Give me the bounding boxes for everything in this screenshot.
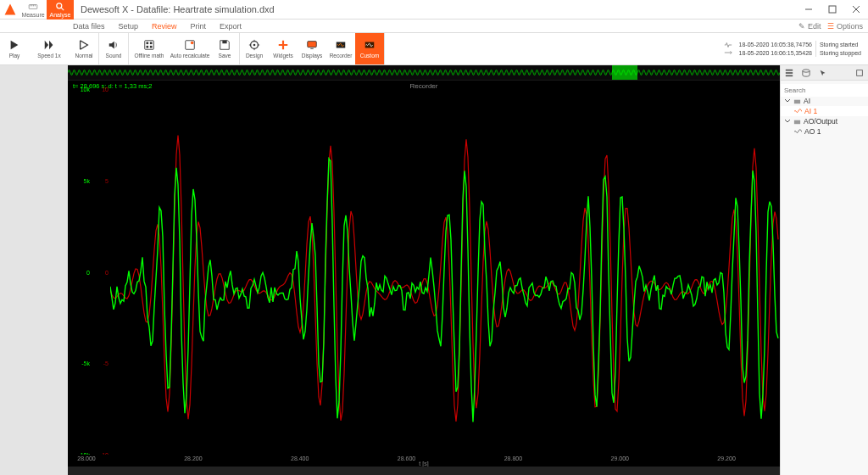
tree-channel[interactable]: AI 1	[781, 106, 868, 116]
svg-point-13	[253, 44, 256, 47]
tab-cursor-icon[interactable]	[815, 65, 832, 80]
menu-review[interactable]: Review	[145, 22, 184, 31]
y-axis-left[interactable]: -10k-5k05k10k	[68, 89, 92, 455]
plot-area[interactable]	[110, 89, 780, 455]
panel-tabs	[781, 65, 868, 81]
widgets-button[interactable]: Widgets	[269, 33, 298, 64]
svg-rect-18	[786, 69, 793, 70]
svg-rect-6	[150, 42, 153, 45]
speed-button[interactable]: Speed 1x	[29, 33, 70, 64]
overview-selection[interactable]	[612, 65, 638, 80]
x-axis[interactable]: t [s] 28.00028.20028.40028.60028.80029.0…	[68, 455, 780, 467]
normal-button[interactable]: Normal	[70, 33, 98, 64]
svg-rect-7	[147, 46, 149, 48]
play-button[interactable]: Play	[0, 33, 29, 64]
svg-point-21	[803, 69, 810, 71]
svg-rect-8	[150, 46, 153, 48]
svg-rect-3	[829, 6, 836, 13]
left-gutter	[0, 65, 68, 475]
svg-rect-5	[147, 42, 149, 45]
window-controls	[797, 0, 868, 20]
menu-setup[interactable]: Setup	[112, 22, 146, 31]
app-logo	[0, 0, 19, 20]
save-button[interactable]: Save	[210, 33, 239, 64]
waveform-plot	[110, 89, 780, 455]
window-title: Dewesoft X - Datafile: Heartrate simulat…	[74, 4, 275, 14]
status-block: 18-05-2020 16:05:38,74756 18-05-2020 16:…	[721, 33, 868, 64]
svg-point-2	[57, 3, 62, 8]
status-ts-2: 18-05-2020 16:06:15,35428	[739, 49, 812, 57]
mode-tabs: Measure Analyse	[19, 0, 74, 19]
status-ts-1: 18-05-2020 16:05:38,74756	[739, 41, 812, 48]
titlebar: Measure Analyse Dewesoft X - Datafile: H…	[0, 0, 868, 20]
mode-tab-label: Measure	[21, 12, 44, 18]
svg-rect-4	[145, 41, 154, 50]
svg-rect-24	[794, 120, 800, 124]
status-txt-2: Storing stopped	[820, 49, 861, 57]
channel-tree[interactable]: AIAI 1AO/OutputAO 1	[781, 94, 868, 138]
mode-tab-label: Analyse	[50, 12, 71, 18]
time-scrollbar[interactable]	[68, 467, 780, 475]
tree-group[interactable]: AO/Output	[781, 116, 868, 126]
mode-tab-analyse[interactable]: Analyse	[47, 0, 74, 20]
svg-rect-19	[786, 72, 793, 74]
design-button[interactable]: Design	[240, 33, 269, 64]
recorder-display[interactable]: t= 28,696 s; d: t = 1,33 ms;2 Recorder -…	[68, 65, 780, 475]
channel-search[interactable]	[781, 81, 868, 94]
svg-rect-1	[29, 5, 37, 9]
tab-expand-icon[interactable]	[851, 65, 868, 80]
status-txt-1: Storing started	[820, 41, 861, 48]
custom-button[interactable]: Custom	[355, 33, 384, 64]
channel-panel: AIAI 1AO/OutputAO 1	[780, 65, 868, 475]
minimize-button[interactable]	[797, 0, 821, 20]
overview-waveform	[68, 65, 780, 80]
menu-options[interactable]: ☰ Options	[827, 22, 863, 31]
auto-recalculate-button[interactable]: Auto recalculate	[170, 33, 210, 64]
svg-marker-0	[4, 4, 15, 15]
maximize-button[interactable]	[821, 0, 844, 20]
y-axis-right[interactable]: -10-50510	[92, 89, 110, 455]
svg-rect-22	[857, 70, 863, 75]
tab-db-icon[interactable]	[798, 65, 815, 80]
menu-data-files[interactable]: Data files	[66, 22, 112, 31]
svg-rect-20	[786, 75, 793, 76]
menu-strip: Data files Setup Review Print Export ✎ E…	[0, 20, 868, 33]
offline-math-button[interactable]: Offline math	[129, 33, 170, 64]
svg-point-10	[191, 42, 194, 45]
chart-info-line: t= 28,696 s; d: t = 1,33 ms;2 Recorder	[68, 81, 780, 89]
sound-button[interactable]: Sound	[99, 33, 128, 64]
displays-button[interactable]: Displays	[298, 33, 326, 64]
menu-print[interactable]: Print	[184, 22, 214, 31]
svg-rect-23	[794, 99, 800, 103]
main-area: t= 28,696 s; d: t = 1,33 ms;2 Recorder -…	[0, 65, 868, 475]
menu-edit[interactable]: ✎ Edit	[798, 22, 821, 31]
x-axis-label: t [s]	[419, 461, 428, 467]
menu-export[interactable]: Export	[213, 22, 248, 31]
mode-tab-measure[interactable]: Measure	[19, 0, 47, 20]
tree-channel[interactable]: AO 1	[781, 126, 868, 137]
tab-channels-icon[interactable]	[781, 65, 798, 80]
svg-rect-11	[222, 41, 226, 44]
toolbar: Play Speed 1x Normal Sound Offline math …	[0, 33, 868, 65]
chart-wrap: -10k-5k05k10k -10-50510	[68, 89, 780, 455]
svg-rect-14	[308, 42, 317, 48]
overview-strip[interactable]	[68, 65, 780, 81]
close-button[interactable]	[844, 0, 868, 20]
recorder-button[interactable]: Recorder	[326, 33, 355, 64]
tree-group[interactable]: AI	[781, 96, 868, 106]
